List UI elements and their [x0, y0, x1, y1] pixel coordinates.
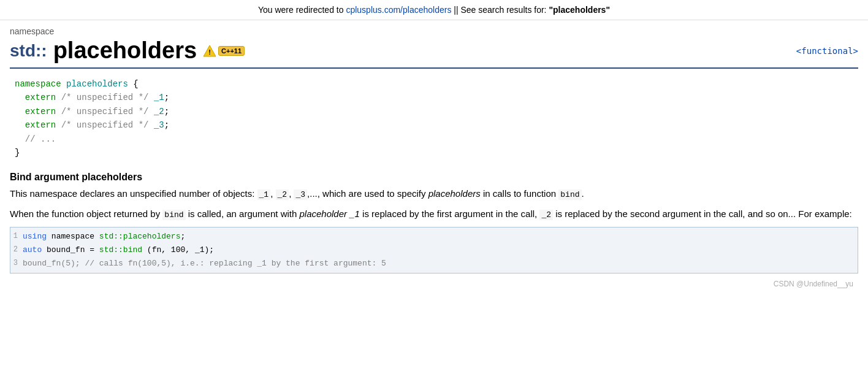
line-num-1: 1 [10, 230, 23, 243]
svg-text:!: ! [208, 48, 211, 56]
redirect-text-middle: || See search results for: [451, 5, 549, 15]
main-content: namespace std::placeholders ! C++11 <fun… [0, 20, 868, 300]
title-prefix: std:: [10, 41, 47, 61]
code-line-3: extern /* unspecified */ _2; [15, 105, 858, 118]
redirect-banner: You were redirected to cplusplus.com/pla… [0, 0, 868, 20]
example-line-3: 3 bound_fn(5); // calls fn(100,5), i.e.:… [10, 257, 858, 270]
example-line-1: 1 using namespace std::placeholders; [10, 230, 858, 243]
functional-link-anchor[interactable]: <functional> [796, 46, 858, 56]
line-num-3: 3 [10, 257, 23, 270]
cpp11-tag: C++11 [218, 46, 245, 56]
code-line-4: extern /* unspecified */ _3; [15, 118, 858, 132]
section-title: Bind argument placeholders [10, 172, 858, 183]
example-line-2: 2 auto bound_fn = std::bind (fn, 100, _1… [10, 243, 858, 257]
code-line-1: namespace placeholders { [15, 77, 858, 91]
code-declaration: namespace placeholders { extern /* unspe… [10, 72, 858, 164]
title-row: std::placeholders ! C++11 <functional> [10, 37, 858, 69]
line-code-1: using namespace std::placeholders; [23, 230, 858, 243]
code-line-5: // ... [15, 132, 858, 146]
cpp11-badge: ! C++11 [203, 44, 245, 58]
redirect-text-before: You were redirected to [258, 5, 346, 15]
example-block: 1 using namespace std::placeholders; 2 a… [10, 227, 858, 273]
description-1: This namespace declares an unspecified n… [10, 186, 858, 202]
namespace-label: namespace [10, 26, 858, 36]
line-code-2: auto bound_fn = std::bind (fn, 100, _1); [23, 243, 858, 257]
code-line-6: } [15, 146, 858, 159]
code-line-2: extern /* unspecified */ _1; [15, 91, 858, 104]
title-left: std::placeholders ! C++11 [10, 37, 245, 64]
watermark: CSDN @Undefined__yu [10, 280, 858, 288]
functional-link: <functional> [796, 46, 858, 56]
description-2: When the function object returned by bin… [10, 207, 858, 222]
warning-icon: ! [203, 44, 216, 58]
title-main: placeholders [53, 37, 197, 64]
redirect-link[interactable]: cplusplus.com/placeholders [346, 5, 451, 15]
line-num-2: 2 [10, 243, 23, 257]
redirect-search-term: "placeholders" [549, 5, 610, 15]
line-code-3: bound_fn(5); // calls fn(100,5), i.e.: r… [23, 257, 858, 270]
